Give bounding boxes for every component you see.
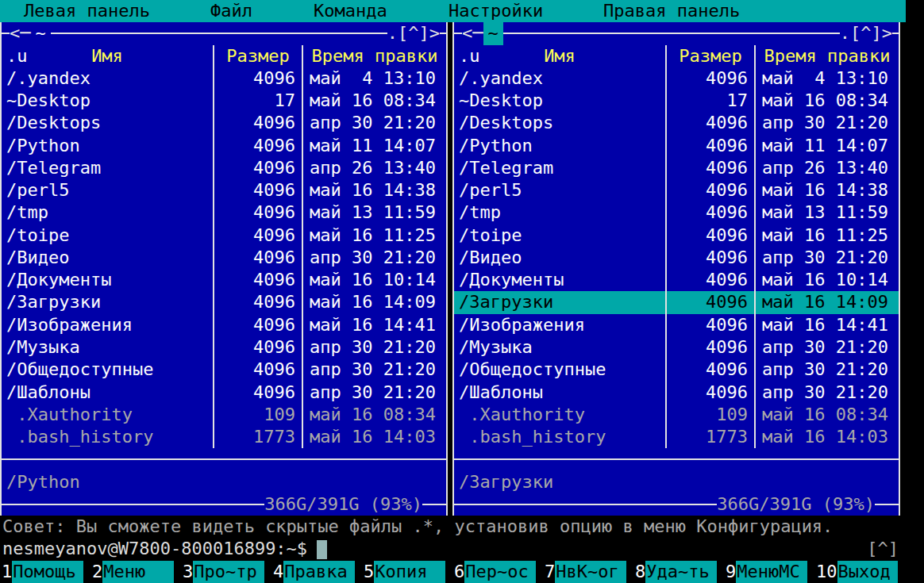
panel-back-arrow[interactable]: <─ bbox=[462, 22, 483, 44]
fkey-label[interactable]: Помощь bbox=[12, 561, 83, 583]
file-name[interactable]: .bash_history bbox=[454, 426, 665, 448]
history-indicator[interactable]: [^] bbox=[867, 538, 899, 560]
file-name[interactable]: .Xauthority bbox=[2, 404, 213, 426]
fkey-5[interactable]: 5Копия bbox=[362, 561, 452, 583]
file-name[interactable]: /Desktops bbox=[454, 112, 665, 134]
file-row[interactable]: /Документы4096май 16 10:14 bbox=[454, 269, 899, 291]
file-row[interactable]: /Документы4096май 16 10:14 bbox=[2, 269, 446, 291]
file-row[interactable]: /tmp4096май 13 11:59 bbox=[454, 201, 899, 224]
file-name[interactable]: /toipe bbox=[454, 224, 665, 247]
column-header-size[interactable]: Размер bbox=[213, 45, 302, 67]
panel-hotspots[interactable]: .[^]> bbox=[840, 22, 892, 44]
file-row[interactable]: /Python4096май 11 14:07 bbox=[454, 135, 899, 157]
file-row[interactable]: .Xauthority109май 16 08:34 bbox=[454, 404, 899, 426]
file-row[interactable]: /Python4096май 11 14:07 bbox=[2, 135, 446, 157]
file-row[interactable]: /.yandex4096май 4 13:10 bbox=[454, 67, 899, 90]
file-row[interactable]: /Telegram4096апр 26 13:40 bbox=[454, 157, 899, 179]
file-row[interactable]: .bash_history1773май 16 14:03 bbox=[2, 426, 446, 448]
menu-item-left-panel[interactable]: Левая панель bbox=[24, 0, 150, 22]
file-name[interactable]: /Python bbox=[2, 135, 213, 157]
column-header-name[interactable]: .uИмя bbox=[454, 45, 665, 67]
column-header-mtime[interactable]: Время правки bbox=[302, 45, 446, 67]
file-name[interactable]: /Документы bbox=[454, 269, 665, 291]
file-name[interactable]: /Загрузки bbox=[454, 291, 665, 313]
file-row[interactable]: .Xauthority109май 16 08:34 bbox=[2, 404, 446, 426]
file-row[interactable]: /Видео4096апр 30 21:20 bbox=[454, 247, 899, 269]
file-row[interactable]: /toipe4096май 16 11:25 bbox=[2, 224, 446, 247]
file-name[interactable]: /Музыка bbox=[454, 336, 665, 359]
file-row[interactable]: /Изображения4096май 16 14:41 bbox=[2, 314, 446, 336]
fkey-7[interactable]: 7НвК~ог bbox=[543, 561, 633, 583]
file-name[interactable]: /Общедоступные bbox=[2, 359, 213, 381]
file-name[interactable]: /perl5 bbox=[454, 179, 665, 201]
fkey-9[interactable]: 9МенюМС bbox=[724, 561, 814, 583]
fkey-label[interactable]: Правка bbox=[283, 561, 355, 583]
file-name[interactable]: /.yandex bbox=[2, 67, 213, 90]
file-name[interactable]: /Python bbox=[454, 135, 665, 157]
menu-item-right-panel[interactable]: Правая панель bbox=[603, 0, 740, 22]
fkey-label[interactable]: Про~тр bbox=[193, 561, 264, 583]
file-name[interactable]: /Общедоступные bbox=[454, 359, 665, 381]
panel-path[interactable]: ~ bbox=[483, 22, 503, 44]
fkey-2[interactable]: 2Меню bbox=[90, 561, 181, 583]
file-name[interactable]: /tmp bbox=[2, 201, 213, 224]
file-name[interactable]: /tmp bbox=[454, 201, 665, 224]
fkey-6[interactable]: 6Пер~ос bbox=[452, 561, 543, 583]
file-name[interactable]: /Telegram bbox=[2, 157, 213, 179]
fkey-label[interactable]: МенюМС bbox=[736, 561, 807, 583]
file-name[interactable]: ~Desktop bbox=[454, 90, 665, 112]
file-row[interactable]: /Telegram4096апр 26 13:40 bbox=[2, 157, 446, 179]
file-name[interactable]: /Документы bbox=[2, 269, 213, 291]
file-row[interactable]: /toipe4096май 16 11:25 bbox=[454, 224, 899, 247]
command-line[interactable]: nesmeyanov@W7800-800016899:~$ [^] bbox=[0, 538, 924, 560]
file-row[interactable]: /Видео4096апр 30 21:20 bbox=[2, 247, 446, 269]
file-name[interactable]: /Музыка bbox=[2, 336, 213, 359]
file-row[interactable]: .bash_history1773май 16 14:03 bbox=[454, 426, 899, 448]
file-row[interactable]: /Музыка4096апр 30 21:20 bbox=[2, 336, 446, 359]
column-header-mtime[interactable]: Время правки bbox=[754, 45, 899, 67]
panel-path[interactable]: ~ bbox=[31, 22, 51, 44]
fkey-3[interactable]: 3Про~тр bbox=[181, 561, 271, 583]
file-name[interactable]: /.yandex bbox=[454, 67, 665, 90]
cursor[interactable] bbox=[317, 540, 327, 559]
file-row[interactable]: /Desktops4096апр 30 21:20 bbox=[2, 112, 446, 134]
menu-item-options[interactable]: Настройки bbox=[449, 0, 543, 22]
file-row[interactable]: ~Desktop17май 16 08:34 bbox=[454, 90, 899, 112]
fkey-10[interactable]: 10Выход bbox=[814, 561, 905, 583]
file-row[interactable]: /Общедоступные4096апр 30 21:20 bbox=[454, 359, 899, 381]
file-name[interactable]: .bash_history bbox=[2, 426, 213, 448]
file-row[interactable]: /Загрузки4096май 16 14:09 bbox=[454, 291, 899, 313]
file-name[interactable]: /Видео bbox=[2, 247, 213, 269]
fkey-label[interactable]: НвК~ог bbox=[555, 561, 626, 583]
file-row[interactable]: /Изображения4096май 16 14:41 bbox=[454, 314, 899, 336]
file-row[interactable]: /Музыка4096апр 30 21:20 bbox=[454, 336, 899, 359]
fkey-label[interactable]: Выход bbox=[837, 561, 899, 583]
fkey-8[interactable]: 8Уда~ть bbox=[633, 561, 724, 583]
file-row[interactable]: /Общедоступные4096апр 30 21:20 bbox=[2, 359, 446, 381]
file-name[interactable]: /Telegram bbox=[454, 157, 665, 179]
file-row[interactable]: /Шаблоны4096апр 30 21:20 bbox=[2, 382, 446, 404]
file-row[interactable]: /Шаблоны4096апр 30 21:20 bbox=[454, 382, 899, 404]
menu-item-file[interactable]: Файл bbox=[210, 0, 252, 22]
file-name[interactable]: /toipe bbox=[2, 224, 213, 247]
file-name[interactable]: ~Desktop bbox=[2, 90, 213, 112]
file-row[interactable]: /tmp4096май 13 11:59 bbox=[2, 201, 446, 224]
panel-back-arrow[interactable]: <─ bbox=[10, 22, 31, 44]
menu-item-command[interactable]: Команда bbox=[314, 0, 387, 22]
file-row[interactable]: /Загрузки4096май 16 14:09 bbox=[2, 291, 446, 313]
fkey-4[interactable]: 4Правка bbox=[271, 561, 362, 583]
column-header-size[interactable]: Размер bbox=[665, 45, 754, 67]
panel-hotspots[interactable]: .[^]> bbox=[387, 22, 440, 44]
file-name[interactable]: /Шаблоны bbox=[2, 382, 213, 404]
fkey-label[interactable]: Меню bbox=[102, 561, 174, 583]
file-name[interactable]: .Xauthority bbox=[454, 404, 665, 426]
file-name[interactable]: /Шаблоны bbox=[454, 382, 665, 404]
fkey-label[interactable]: Пер~ос bbox=[464, 561, 536, 583]
file-name[interactable]: /Изображения bbox=[454, 314, 665, 336]
file-name[interactable]: /Desktops bbox=[2, 112, 213, 134]
column-header-name[interactable]: .uИмя bbox=[2, 45, 213, 67]
file-name[interactable]: /Изображения bbox=[2, 314, 213, 336]
file-row[interactable]: /perl54096май 16 14:38 bbox=[454, 179, 899, 201]
file-name[interactable]: /perl5 bbox=[2, 179, 213, 201]
file-row[interactable]: /Desktops4096апр 30 21:20 bbox=[454, 112, 899, 134]
